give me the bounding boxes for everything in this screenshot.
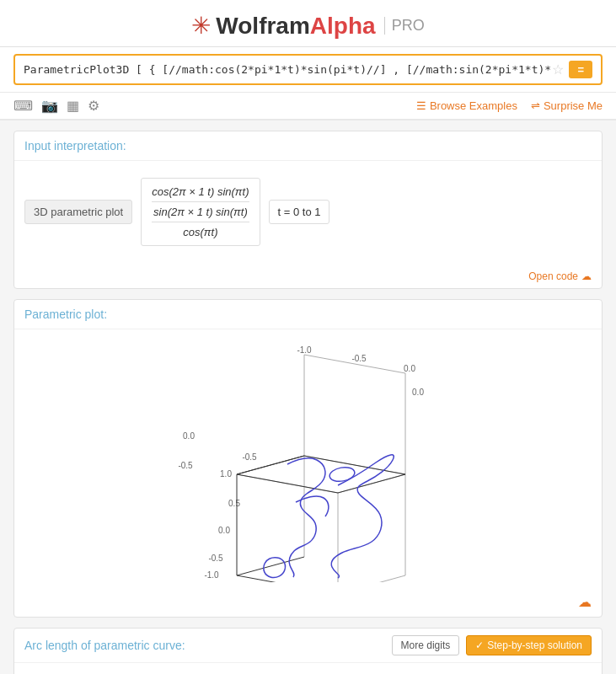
svg-text:0.0: 0.0	[218, 526, 230, 535]
pod-header-plot: Parametric plot:	[14, 300, 602, 329]
toolbar: ⌨ 📷 ▦ ⚙ ☰ Browse Examples ⇌ Surprise Me	[0, 93, 616, 120]
plot-type-label: 3D parametric plot	[24, 200, 132, 224]
settings-icon[interactable]: ⚙	[88, 98, 99, 114]
svg-text:0.5: 0.5	[228, 499, 240, 508]
wolfram-text: Wolfram	[216, 13, 310, 39]
list-icon: ☰	[416, 99, 426, 112]
keyboard-icon[interactable]: ⌨	[13, 98, 33, 114]
open-code-link[interactable]: Open code ☁	[528, 270, 592, 282]
pod-title-arc: Arc length of parametric curve:	[24, 639, 185, 652]
pod-header-arc: Arc length of parametric curve: More dig…	[14, 629, 602, 663]
svg-text:1.0: 1.0	[220, 469, 232, 479]
param-range: t = 0 to 1	[269, 200, 330, 224]
shuffle-icon: ⇌	[531, 99, 540, 112]
svg-text:-0.5: -0.5	[351, 354, 367, 363]
search-input[interactable]	[24, 63, 552, 76]
open-code-label: Open code	[528, 270, 578, 282]
input-interpretation-pod: Input interpretation: 3D parametric plot…	[13, 131, 603, 289]
arc-pod-body: ∫ 1 0 π√(3 − 2cos(2πt)) dt = 2E(−4) ≈ 5.…	[14, 663, 602, 674]
logo-text: WolframAlpha	[216, 13, 375, 40]
logo-area: ✳ WolframAlpha PRO	[0, 12, 616, 40]
svg-rect-0	[174, 338, 443, 582]
more-digits-button[interactable]: More digits	[392, 635, 460, 655]
parametric-plot-svg: -1.0 -0.5 0.0 0.0 -0.5 0.0 -0.5 1.0 0.5 …	[174, 338, 443, 582]
browse-examples-label: Browse Examples	[430, 99, 517, 112]
pod-header-input-interp: Input interpretation:	[14, 131, 602, 161]
wolfram-logo-icon: ✳	[191, 12, 211, 40]
main-content: Input interpretation: 3D parametric plot…	[0, 120, 616, 674]
plot-pod-footer: ☁	[14, 591, 602, 617]
search-icons: ☆ =	[552, 61, 592, 78]
toolbar-right: ☰ Browse Examples ⇌ Surprise Me	[416, 99, 603, 112]
search-bar: ☆ =	[13, 54, 603, 85]
step-by-step-button[interactable]: ✓ Step-by-step solution	[466, 635, 592, 655]
math-expressions-box: cos(2π × 1 t) sin(πt) sin(2π × 1 t) sin(…	[141, 178, 260, 246]
math-separator-2	[152, 222, 249, 222]
header: ✳ WolframAlpha PRO	[0, 0, 616, 47]
arc-length-pod: Arc length of parametric curve: More dig…	[13, 628, 603, 674]
pod-title-plot: Parametric plot:	[24, 308, 107, 321]
math-line-1: cos(2π × 1 t) sin(πt)	[152, 184, 249, 200]
math-line-2: sin(2π × 1 t) sin(πt)	[152, 204, 249, 220]
pod-footer-input-interp: Open code ☁	[14, 263, 602, 288]
interpretation-table: 3D parametric plot cos(2π × 1 t) sin(πt)…	[24, 171, 592, 253]
check-icon: ✓	[475, 639, 484, 651]
alpha-text: Alpha	[310, 13, 376, 39]
svg-text:-0.5: -0.5	[178, 461, 193, 470]
search-bar-container: ☆ =	[0, 47, 616, 93]
plot-body: -1.0 -0.5 0.0 0.0 -0.5 0.0 -0.5 1.0 0.5 …	[14, 329, 602, 591]
upload-plot-icon[interactable]: ☁	[578, 595, 592, 609]
arc-actions: More digits ✓ Step-by-step solution	[392, 635, 592, 655]
browse-examples-link[interactable]: ☰ Browse Examples	[416, 99, 517, 112]
svg-text:-1.0: -1.0	[204, 570, 219, 580]
pro-label: PRO	[384, 17, 425, 35]
svg-text:-0.5: -0.5	[242, 452, 257, 462]
camera-icon[interactable]: 📷	[41, 98, 58, 114]
math-line-3: cos(πt)	[152, 224, 249, 240]
toolbar-left: ⌨ 📷 ▦ ⚙	[13, 98, 99, 114]
parametric-plot-pod: Parametric plot: -1.0 -0.5 0.0 0.0 -0.5 …	[13, 299, 603, 618]
math-separator-1	[152, 201, 249, 202]
pod-title-input-interp: Input interpretation:	[24, 139, 126, 152]
surprise-me-link[interactable]: ⇌ Surprise Me	[531, 99, 603, 112]
search-go-button[interactable]: =	[569, 61, 592, 78]
step-by-step-label: Step-by-step solution	[487, 639, 582, 651]
svg-text:-1.0: -1.0	[297, 345, 312, 355]
pod-body-input-interp: 3D parametric plot cos(2π × 1 t) sin(πt)…	[14, 161, 602, 263]
svg-text:0.0: 0.0	[183, 431, 195, 441]
cloud-icon: ☁	[581, 270, 592, 282]
svg-text:-0.5: -0.5	[208, 554, 223, 563]
surprise-me-label: Surprise Me	[544, 99, 603, 112]
svg-text:0.0: 0.0	[412, 388, 424, 397]
svg-text:0.0: 0.0	[404, 364, 415, 373]
favorite-icon[interactable]: ☆	[552, 62, 564, 78]
table-icon[interactable]: ▦	[67, 98, 79, 114]
